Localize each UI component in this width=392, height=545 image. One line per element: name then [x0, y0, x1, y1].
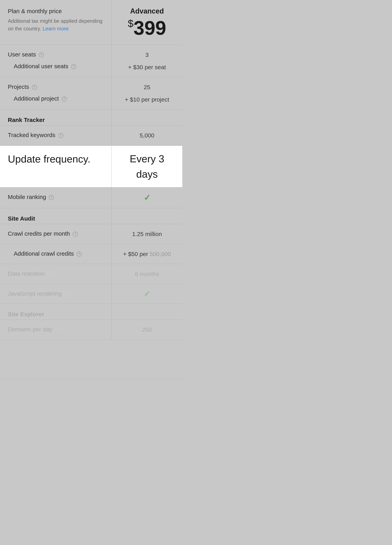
- domains-per-day-value-col: 250: [112, 320, 182, 340]
- pricing-table: Plan & monthly price Additional tax migh…: [0, 0, 182, 379]
- data-retention-value-col: 6 months: [112, 264, 182, 284]
- crawl-credits-value-col: 1.25 million: [112, 224, 182, 244]
- additional-project-label: Additional project ?: [8, 94, 104, 103]
- js-rendering-feature: JavaScript rendering ?: [0, 284, 112, 304]
- projects-help-icon[interactable]: ?: [32, 85, 37, 90]
- domains-per-day-feature: Domains per day ?: [0, 320, 112, 340]
- site-explorer-value-col: [112, 304, 182, 320]
- rank-tracker-feature-col: Rank Tracker: [0, 110, 112, 125]
- update-frequency-value-col: Every 3 days: [112, 146, 182, 187]
- data-retention-value: 6 months: [120, 270, 174, 278]
- mobile-ranking-checkmark: ✓: [120, 193, 174, 203]
- tracked-keywords-label: Tracked keywords ?: [8, 131, 104, 139]
- domains-per-day-row: Domains per day ? 250: [0, 320, 182, 340]
- crawl-credits-feature: Crawl credits per month ?: [0, 224, 112, 244]
- user-seats-value-col: 3 + $30 per seat: [112, 45, 182, 77]
- additional-user-seats-help-icon[interactable]: ?: [71, 64, 76, 69]
- user-seats-feature: User seats ? Additional user seats ?: [0, 45, 112, 77]
- data-retention-label: Data retention ?: [8, 270, 104, 278]
- tracked-keywords-help-icon[interactable]: ?: [58, 133, 63, 138]
- additional-crawl-label: Additional crawl credits ?: [8, 250, 104, 258]
- mobile-ranking-label: Mobile ranking ?: [8, 193, 104, 201]
- additional-crawl-feature: Additional crawl credits ?: [0, 244, 112, 264]
- additional-crawl-value-col: + $50 per 500,000: [112, 244, 182, 264]
- site-audit-feature-col: Site Audit: [0, 208, 112, 224]
- site-audit-value-col: [112, 208, 182, 224]
- rank-tracker-section-header: Rank Tracker: [0, 110, 182, 125]
- learn-more-link[interactable]: Learn more: [43, 26, 69, 31]
- update-frequency-row: Update frequency. Every 3 days: [0, 145, 182, 187]
- additional-crawl-help-icon[interactable]: ?: [77, 252, 82, 257]
- tracked-keywords-feature: Tracked keywords ?: [0, 125, 112, 145]
- mobile-ranking-help-icon[interactable]: ?: [49, 195, 54, 200]
- price-amount: 399: [134, 17, 166, 39]
- js-rendering-row: JavaScript rendering ? ✓: [0, 284, 182, 304]
- plan-title: Advanced: [120, 7, 174, 15]
- price-display: $399: [120, 18, 174, 38]
- js-rendering-label: JavaScript rendering ?: [8, 290, 104, 298]
- header-row: Plan & monthly price Additional tax migh…: [0, 0, 182, 45]
- js-rendering-checkmark: ✓: [120, 290, 174, 298]
- projects-feature: Projects ? Additional project ?: [0, 77, 112, 109]
- additional-user-seats-label: Additional user seats ?: [8, 62, 104, 70]
- crawl-credits-value: 1.25 million: [120, 229, 174, 238]
- price-dollar: $: [128, 18, 134, 29]
- tracked-keywords-value-col: 5,000: [112, 125, 182, 145]
- additional-user-seats-value: + $30 per seat: [120, 63, 174, 72]
- crawl-credits-label: Crawl credits per month ?: [8, 229, 104, 238]
- rank-tracker-title: Rank Tracker: [8, 117, 104, 123]
- domains-per-day-value: 250: [120, 325, 174, 334]
- projects-row: Projects ? Additional project ? 25 + $10…: [0, 77, 182, 110]
- domains-per-day-label: Domains per day ?: [8, 325, 104, 334]
- projects-value: 25: [120, 83, 174, 92]
- rank-tracker-value-col: [112, 110, 182, 125]
- mobile-ranking-feature: Mobile ranking ?: [0, 187, 112, 208]
- additional-crawl-row: Additional crawl credits ? + $50 per 500…: [0, 244, 182, 264]
- user-seats-row: User seats ? Additional user seats ? 3 +…: [0, 45, 182, 77]
- user-seats-label: User seats ?: [8, 50, 104, 59]
- mobile-ranking-row: Mobile ranking ? ✓: [0, 187, 182, 208]
- domains-per-day-help-icon[interactable]: ?: [55, 327, 60, 332]
- projects-value-col: 25 + $10 per project: [112, 77, 182, 109]
- update-frequency-value: Every 3 days: [120, 151, 174, 182]
- additional-project-value: + $10 per project: [120, 95, 174, 104]
- site-explorer-feature-col: Site Explorer: [0, 304, 112, 320]
- additional-crawl-value: + $50 per 500,000: [120, 250, 174, 258]
- data-retention-row: Data retention ? 6 months: [0, 264, 182, 284]
- header-feature-col: Plan & monthly price Additional tax migh…: [0, 0, 112, 45]
- js-rendering-value-col: ✓: [112, 284, 182, 304]
- tracked-keywords-row: Tracked keywords ? 5,000: [0, 125, 182, 145]
- data-retention-help-icon[interactable]: ?: [48, 272, 53, 277]
- site-audit-section-header: Site Audit: [0, 208, 182, 224]
- update-frequency-label: Update frequency.: [8, 152, 104, 166]
- tracked-keywords-value: 5,000: [120, 131, 174, 140]
- plan-price-title: Plan & monthly price: [8, 7, 104, 15]
- site-audit-title: Site Audit: [8, 215, 104, 222]
- crawl-credits-help-icon[interactable]: ?: [73, 231, 78, 237]
- mobile-ranking-value-col: ✓: [112, 187, 182, 208]
- crawl-credits-row: Crawl credits per month ? 1.25 million: [0, 224, 182, 244]
- user-seats-value: 3: [120, 50, 174, 59]
- site-explorer-title: Site Explorer: [8, 311, 104, 318]
- additional-project-help-icon[interactable]: ?: [62, 96, 67, 102]
- user-seats-help-icon[interactable]: ?: [39, 52, 44, 57]
- update-frequency-feature: Update frequency.: [0, 146, 112, 187]
- site-explorer-section-header: Site Explorer: [0, 304, 182, 320]
- js-rendering-help-icon[interactable]: ?: [65, 291, 70, 297]
- header-value-col: Advanced $399: [112, 0, 182, 45]
- projects-label: Projects ?: [8, 83, 104, 91]
- data-retention-feature: Data retention ?: [0, 264, 112, 284]
- bottom-spacer: [0, 340, 182, 379]
- plan-price-subtitle: Additional tax might be applied dependin…: [8, 17, 104, 32]
